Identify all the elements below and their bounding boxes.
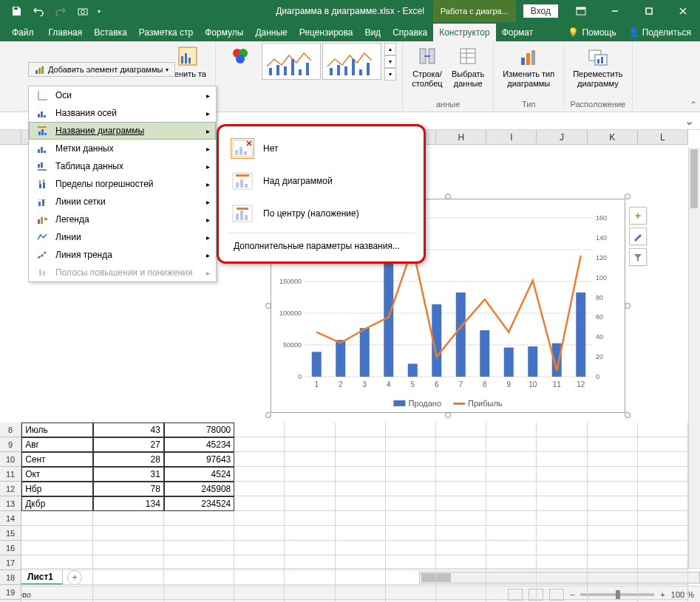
cell[interactable] bbox=[638, 437, 688, 452]
cell[interactable] bbox=[638, 467, 688, 482]
title-more-options[interactable]: Дополнительные параметры названия... bbox=[222, 236, 421, 256]
cell[interactable]: 234524 bbox=[164, 496, 234, 511]
cell[interactable] bbox=[234, 585, 285, 600]
cell[interactable] bbox=[638, 511, 688, 526]
cell[interactable] bbox=[336, 555, 386, 570]
cell[interactable] bbox=[386, 467, 436, 482]
cell[interactable] bbox=[537, 585, 587, 600]
cell[interactable] bbox=[234, 496, 285, 511]
cell[interactable] bbox=[436, 541, 486, 555]
cell[interactable] bbox=[638, 452, 688, 467]
cell[interactable] bbox=[164, 585, 234, 600]
cell[interactable] bbox=[386, 482, 436, 496]
cell[interactable] bbox=[234, 570, 285, 585]
cell[interactable] bbox=[537, 482, 587, 496]
cell[interactable] bbox=[285, 467, 335, 482]
cell[interactable] bbox=[588, 482, 638, 496]
title-none[interactable]: Нет bbox=[222, 132, 421, 165]
tab-design[interactable]: Конструктор bbox=[433, 24, 495, 41]
cell[interactable] bbox=[336, 452, 386, 467]
title-centered-overlay[interactable]: По центру (наложение) bbox=[222, 197, 421, 230]
cell[interactable] bbox=[486, 585, 537, 600]
login-button[interactable]: Вход bbox=[523, 4, 558, 18]
cell[interactable] bbox=[234, 541, 285, 555]
title-above[interactable]: Над диаграммой bbox=[222, 165, 421, 197]
cell[interactable]: 245908 bbox=[164, 482, 234, 496]
chart-filter-button[interactable] bbox=[629, 248, 647, 266]
tab-formulas[interactable]: Формулы bbox=[199, 24, 249, 41]
cell[interactable] bbox=[537, 496, 587, 511]
cell[interactable] bbox=[537, 526, 587, 541]
row-header[interactable]: 14 bbox=[0, 511, 21, 526]
cell[interactable]: 78 bbox=[93, 482, 163, 496]
menu-data-labels[interactable]: Метки данных▸ bbox=[29, 140, 216, 157]
cell[interactable] bbox=[386, 570, 436, 585]
cell[interactable] bbox=[537, 511, 587, 526]
cell[interactable] bbox=[285, 437, 335, 452]
collapse-ribbon[interactable]: ⌃ bbox=[690, 100, 697, 110]
cell[interactable] bbox=[21, 585, 93, 600]
cell[interactable] bbox=[638, 570, 688, 585]
menu-gridlines[interactable]: Линии сетки▸ bbox=[29, 193, 216, 211]
column-header[interactable]: K bbox=[588, 130, 638, 144]
menu-lines[interactable]: Линии▸ bbox=[29, 228, 216, 246]
cell[interactable] bbox=[386, 452, 436, 467]
cell[interactable] bbox=[336, 467, 386, 482]
column-header[interactable]: L bbox=[638, 130, 688, 144]
vertical-scrollbar[interactable] bbox=[688, 148, 700, 568]
cell[interactable]: 4524 bbox=[164, 467, 234, 482]
cell[interactable] bbox=[436, 482, 486, 496]
cell[interactable] bbox=[436, 452, 486, 467]
cell[interactable] bbox=[93, 585, 163, 600]
cell[interactable] bbox=[21, 511, 93, 526]
cell[interactable]: 78000 bbox=[164, 423, 234, 437]
cell[interactable] bbox=[21, 555, 93, 570]
cell[interactable] bbox=[285, 452, 335, 467]
row-header[interactable]: 12 bbox=[0, 482, 21, 496]
tab-share[interactable]: 👤 Поделиться bbox=[622, 24, 697, 41]
tab-layout[interactable]: Разметка стр bbox=[133, 24, 199, 41]
tab-review[interactable]: Рецензирова bbox=[293, 24, 359, 41]
row-header[interactable]: 15 bbox=[0, 526, 21, 541]
cell[interactable] bbox=[386, 555, 436, 570]
cell[interactable] bbox=[234, 452, 285, 467]
cell[interactable] bbox=[588, 511, 638, 526]
menu-data-table[interactable]: Таблица данных▸ bbox=[29, 157, 216, 175]
cell[interactable] bbox=[436, 437, 486, 452]
cell[interactable] bbox=[638, 555, 688, 570]
cell[interactable] bbox=[234, 482, 285, 496]
qa-customize[interactable]: ▾ bbox=[95, 2, 103, 20]
column-header[interactable]: H bbox=[436, 130, 486, 144]
cell[interactable] bbox=[436, 467, 486, 482]
cell[interactable] bbox=[336, 496, 386, 511]
tab-view[interactable]: Вид bbox=[359, 24, 387, 41]
cell[interactable] bbox=[336, 437, 386, 452]
cell[interactable]: 97643 bbox=[164, 452, 234, 467]
cell[interactable]: Сент bbox=[21, 452, 93, 467]
cell[interactable] bbox=[336, 482, 386, 496]
chart-plus-button[interactable]: + bbox=[629, 207, 647, 225]
chart-brush-button[interactable] bbox=[629, 228, 647, 245]
cell[interactable] bbox=[486, 511, 537, 526]
cell[interactable] bbox=[486, 423, 537, 437]
cell[interactable] bbox=[386, 496, 436, 511]
cell[interactable] bbox=[21, 526, 93, 541]
camera-button[interactable] bbox=[72, 2, 93, 20]
row-header[interactable]: 8 bbox=[0, 423, 21, 437]
add-chart-element-button[interactable]: Добавить элемент диаграммы ▾ bbox=[28, 62, 175, 77]
cell[interactable] bbox=[234, 526, 285, 541]
cell[interactable] bbox=[21, 541, 93, 555]
chart-style-2[interactable] bbox=[322, 43, 381, 80]
cell[interactable] bbox=[436, 570, 486, 585]
menu-axis-titles[interactable]: Названия осей▸ bbox=[29, 104, 216, 122]
cell[interactable] bbox=[588, 437, 638, 452]
cell[interactable] bbox=[93, 541, 163, 555]
cell[interactable] bbox=[285, 482, 335, 496]
cell[interactable] bbox=[537, 541, 587, 555]
cell[interactable]: Авг bbox=[21, 437, 93, 452]
cell[interactable] bbox=[285, 570, 335, 585]
cell[interactable]: 43 bbox=[93, 423, 163, 437]
cell[interactable] bbox=[588, 570, 638, 585]
row-header[interactable]: 18 bbox=[0, 570, 21, 585]
cell[interactable] bbox=[638, 541, 688, 555]
